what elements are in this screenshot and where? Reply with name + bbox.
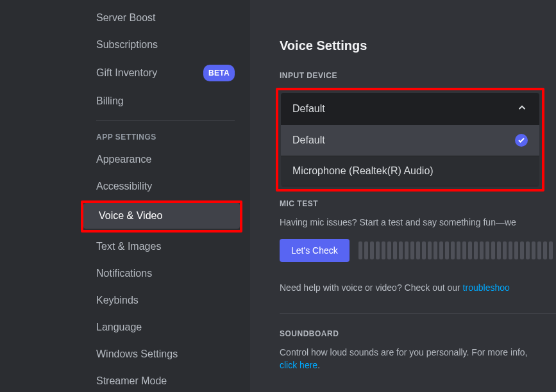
mic-test-label: MIC TEST xyxy=(280,199,556,208)
input-device-dropdown: Default Default Microphone (Realtek(R) A… xyxy=(281,93,539,186)
sidebar-item-label: Text & Images xyxy=(96,240,161,254)
sidebar-item-label: Notifications xyxy=(96,266,152,281)
dropdown-selected[interactable]: Default xyxy=(281,93,539,125)
soundboard-help-text: Control how loud sounds are for you pers… xyxy=(280,346,536,372)
sidebar-item-accessibility[interactable]: Accessibility xyxy=(90,174,241,199)
soundboard-text-prefix: Control how loud sounds are for you pers… xyxy=(280,347,528,357)
chevron-up-icon xyxy=(516,102,528,116)
help-text-prefix: Need help with voice or video? Check out… xyxy=(280,282,463,293)
dropdown-option-label: Microphone (Realtek(R) Audio) xyxy=(292,165,434,177)
sidebar-item-subscriptions[interactable]: Subscriptions xyxy=(90,32,241,58)
mic-test-row: Let's Check xyxy=(280,239,556,262)
sidebar-item-server-boost[interactable]: Server Boost xyxy=(90,5,241,31)
sidebar-item-label: Windows Settings xyxy=(96,347,178,361)
mic-test-help-text: Having mic issues? Start a test and say … xyxy=(280,216,556,229)
beta-badge: BETA xyxy=(203,65,235,81)
mic-level-meter xyxy=(358,241,556,259)
sidebar-item-label: Appearance xyxy=(96,152,151,167)
sidebar-item-billing[interactable]: Billing xyxy=(90,88,241,114)
sidebar-item-label: Language xyxy=(96,320,142,334)
page-title: Voice Settings xyxy=(280,38,556,53)
sidebar-item-notifications[interactable]: Notifications xyxy=(90,261,241,286)
sidebar-item-text-images[interactable]: Text & Images xyxy=(90,234,241,259)
sidebar-item-label: Streamer Mode xyxy=(96,374,167,388)
settings-main: Voice Settings INPUT DEVICE Default Defa… xyxy=(250,0,556,392)
input-device-label: INPUT DEVICE xyxy=(280,71,556,80)
soundboard-label: SOUNDBOARD xyxy=(280,329,556,338)
sidebar-section-header: APP SETTINGS xyxy=(90,121,241,147)
check-icon xyxy=(515,134,528,147)
dropdown-option-label: Default xyxy=(292,135,325,146)
soundboard-link[interactable]: click here xyxy=(280,360,317,370)
sidebar-item-gift-inventory[interactable]: Gift Inventory BETA xyxy=(90,59,241,87)
sidebar-item-label: Subscriptions xyxy=(96,38,158,52)
lets-check-button[interactable]: Let's Check xyxy=(280,239,350,262)
sidebar-item-appearance[interactable]: Appearance xyxy=(90,147,241,172)
section-divider xyxy=(280,313,556,314)
sidebar-item-language[interactable]: Language xyxy=(90,314,241,340)
settings-sidebar: Server Boost Subscriptions Gift Inventor… xyxy=(0,0,250,392)
troubleshoot-help-text: Need help with voice or video? Check out… xyxy=(280,281,556,294)
highlight-box-sidebar: Voice & Video xyxy=(81,200,242,233)
soundboard-text-suffix: . xyxy=(317,360,320,370)
sidebar-item-label: Gift Inventory xyxy=(96,66,157,80)
sidebar-item-label: Accessibility xyxy=(96,179,152,193)
sidebar-item-streamer-mode[interactable]: Streamer Mode xyxy=(90,368,241,392)
dropdown-selected-label: Default xyxy=(292,103,325,115)
highlight-box-dropdown: Default Default Microphone (Realtek(R) A… xyxy=(276,88,544,192)
troubleshoot-link[interactable]: troubleshoo xyxy=(463,282,510,293)
sidebar-item-keybinds[interactable]: Keybinds xyxy=(90,288,241,313)
sidebar-item-windows-settings[interactable]: Windows Settings xyxy=(90,341,241,367)
sidebar-item-voice-video[interactable]: Voice & Video xyxy=(83,203,240,229)
dropdown-options: Default Microphone (Realtek(R) Audio) xyxy=(281,125,539,186)
dropdown-option-microphone[interactable]: Microphone (Realtek(R) Audio) xyxy=(281,156,539,186)
sidebar-item-label: Voice & Video xyxy=(99,209,162,223)
dropdown-option-default[interactable]: Default xyxy=(281,125,539,156)
sidebar-item-label: Keybinds xyxy=(96,293,139,307)
sidebar-item-label: Billing xyxy=(96,94,124,108)
sidebar-item-label: Server Boost xyxy=(96,11,155,25)
